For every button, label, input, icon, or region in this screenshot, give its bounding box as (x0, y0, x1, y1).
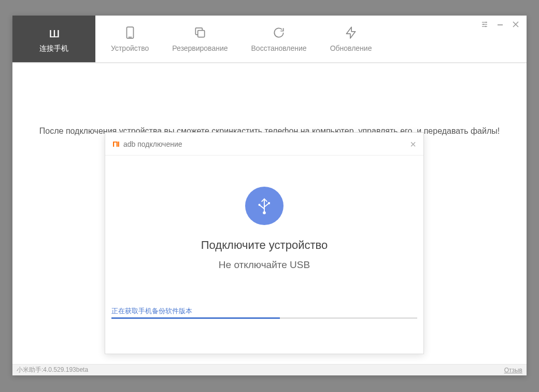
svg-rect-15 (268, 202, 270, 204)
tab-device[interactable]: Устройство (111, 26, 149, 52)
dialog-main-title: Подключите устройство (201, 239, 328, 252)
tab-connect-label: 连接手机 (39, 44, 68, 53)
mi-logo-icon: ш (49, 25, 59, 41)
window-controls (479, 20, 521, 31)
tab-label: Обновление (330, 44, 372, 52)
app-body: После подключения устройства вы сможете … (12, 63, 527, 364)
dialog-subtitle: Не отключайте USB (219, 259, 310, 271)
svg-point-14 (258, 204, 260, 206)
tab-label: Восстановление (251, 44, 307, 52)
svg-point-9 (485, 26, 486, 27)
toolbar: ш 连接手机 Устройство (12, 16, 527, 63)
minimize-button[interactable] (494, 20, 506, 31)
dialog-header: ΠΙ adb подключение × (105, 133, 423, 156)
device-icon (123, 26, 137, 41)
svg-rect-2 (198, 30, 205, 37)
progress-bar (111, 317, 417, 319)
svg-point-8 (483, 24, 484, 25)
tab-backup[interactable]: Резервирование (172, 26, 228, 52)
dialog-title-bar-text: adb подключение (123, 140, 182, 148)
toolbar-items: Устройство Резервирование (95, 16, 372, 62)
svg-rect-0 (126, 27, 133, 38)
status-version: 小米助手:4.0.529.193beta (17, 366, 88, 374)
tab-label: Резервирование (172, 44, 228, 52)
copy-icon (193, 26, 207, 41)
progress-label: 正在获取手机备份软件版本 (111, 307, 417, 316)
svg-marker-3 (346, 27, 355, 38)
feedback-link[interactable]: Отзыв (504, 367, 522, 374)
tab-connect[interactable]: ш 连接手机 (12, 16, 95, 62)
close-button[interactable] (510, 20, 521, 31)
status-bar: 小米助手:4.0.529.193beta Отзыв (12, 364, 527, 375)
tab-restore[interactable]: Восстановление (251, 26, 307, 52)
restore-icon (272, 26, 286, 41)
svg-point-16 (263, 211, 266, 214)
flash-icon (344, 26, 358, 41)
mi-logo-icon: ΠΙ (112, 139, 119, 148)
svg-point-7 (486, 22, 487, 23)
progress-area: 正在获取手机备份软件版本 (111, 307, 417, 319)
adb-dialog: ΠΙ adb подключение × Подключит (105, 132, 424, 354)
progress-fill (111, 317, 280, 319)
menu-icon[interactable] (479, 20, 490, 31)
tab-update[interactable]: Обновление (330, 26, 372, 52)
close-icon[interactable]: × (410, 139, 416, 149)
usb-icon (245, 187, 283, 225)
tab-label: Устройство (111, 44, 149, 52)
app-window: ш 连接手机 Устройство (12, 16, 527, 375)
